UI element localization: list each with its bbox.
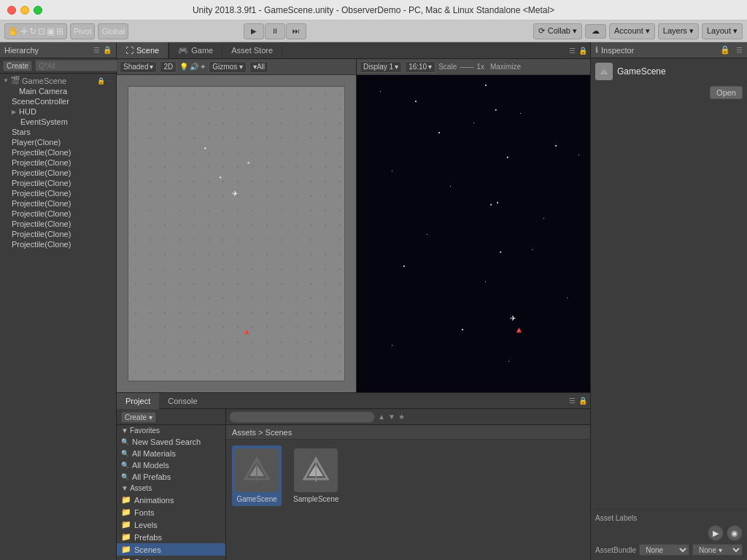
search-star-icon[interactable]: ★ bbox=[398, 413, 405, 421]
rotate-icon[interactable]: ↻ bbox=[29, 26, 36, 36]
folder-all-prefabs[interactable]: 🔍 All Prefabs bbox=[117, 471, 225, 483]
2d-button[interactable]: 2D bbox=[160, 61, 177, 73]
star bbox=[403, 265, 405, 267]
play-controls: ▶ ⏸ ⏭ bbox=[244, 23, 306, 39]
tree-item-proj-9[interactable]: Projectile(Clone) bbox=[0, 229, 116, 239]
step-button[interactable]: ⏭ bbox=[286, 23, 306, 39]
account-dropdown[interactable]: Account ▾ bbox=[609, 23, 655, 39]
tree-item-proj-1[interactable]: Projectile(Clone) bbox=[0, 147, 116, 158]
search-down-icon[interactable]: ▼ bbox=[388, 413, 395, 421]
bottom-menu-icon[interactable]: ☰ bbox=[569, 397, 576, 405]
asset-bundle-dropdown-2[interactable]: None ▾ bbox=[692, 544, 743, 556]
view-lock-icon[interactable]: 🔒 bbox=[578, 47, 587, 55]
light-icon[interactable]: 💡 bbox=[179, 63, 188, 71]
pivot-label: Pivot bbox=[74, 27, 91, 36]
label-icon-2[interactable]: ◉ bbox=[727, 525, 743, 541]
bottom-lock-icon[interactable]: 🔒 bbox=[578, 397, 587, 405]
item-label: HUD bbox=[19, 107, 36, 116]
maximize-button[interactable] bbox=[34, 6, 42, 15]
folder-fonts[interactable]: 📁 Fonts bbox=[117, 506, 225, 518]
folder-scripts[interactable]: 📁 Scripts bbox=[117, 556, 225, 560]
folder-all-materials[interactable]: 🔍 All Materials bbox=[117, 448, 225, 459]
layers-dropdown[interactable]: Layers ▾ bbox=[658, 23, 699, 39]
asset-item-gamescene[interactable]: GameScene bbox=[232, 446, 282, 506]
tree-item-proj-3[interactable]: Projectile(Clone) bbox=[0, 168, 116, 178]
folder-label: Scripts bbox=[134, 558, 159, 561]
star bbox=[438, 132, 440, 133]
audio-icon[interactable]: 🔊 bbox=[190, 63, 198, 71]
pivot-group[interactable]: Pivot bbox=[70, 23, 95, 39]
maximize-button[interactable]: Maximize bbox=[487, 63, 524, 71]
tree-item-proj-8[interactable]: Projectile(Clone) bbox=[0, 219, 116, 229]
folder-prefabs[interactable]: 📁 Prefabs bbox=[117, 531, 225, 543]
project-create-button[interactable]: Create ▾ bbox=[121, 412, 156, 423]
close-button[interactable] bbox=[7, 6, 16, 15]
scene-canvas[interactable]: ✈ 🔺 ● ● ● bbox=[117, 75, 356, 392]
hand-icon[interactable]: ✋ bbox=[8, 26, 19, 36]
star bbox=[380, 91, 381, 92]
folder-label: All Materials bbox=[132, 449, 176, 458]
tree-item-proj-2[interactable]: Projectile(Clone) bbox=[0, 158, 116, 168]
tree-item-proj-5[interactable]: Projectile(Clone) bbox=[0, 188, 116, 198]
inspector-bottom: Asset Labels ▶ ◉ AssetBundle None None ▾ bbox=[591, 509, 747, 560]
cloud-button[interactable]: ☁ bbox=[585, 24, 606, 39]
view-menu-icon[interactable]: ☰ bbox=[569, 47, 576, 55]
play-button[interactable]: ▶ bbox=[244, 23, 264, 39]
rect-icon[interactable]: ▣ bbox=[47, 26, 55, 36]
scene-menu[interactable]: ⋯ bbox=[107, 77, 113, 85]
hierarchy-toolbar: Create bbox=[0, 58, 116, 74]
tree-item-hud[interactable]: ▶ HUD bbox=[0, 106, 116, 117]
scene-tab[interactable]: ⛶ Scene bbox=[117, 42, 169, 58]
asset-store-tab[interactable]: Asset Store bbox=[222, 42, 282, 58]
tree-item-proj-6[interactable]: Projectile(Clone) bbox=[0, 198, 116, 209]
gizmos-dropdown[interactable]: Gizmos ▾ bbox=[209, 61, 247, 73]
asset-bundle-dropdown[interactable]: None bbox=[639, 544, 689, 556]
project-search-input[interactable] bbox=[229, 411, 375, 423]
item-label: EventSystem bbox=[20, 117, 68, 126]
game-tab[interactable]: 🎮 Game bbox=[169, 42, 222, 58]
asset-item-samplescene[interactable]: SampleScene bbox=[290, 446, 341, 506]
tree-item-eventsystem[interactable]: EventSystem bbox=[0, 117, 116, 127]
folder-all-models[interactable]: 🔍 All Models bbox=[117, 459, 225, 471]
global-group[interactable]: Global bbox=[98, 23, 128, 39]
search-up-icon[interactable]: ▲ bbox=[378, 413, 385, 421]
display-dropdown[interactable]: Display 1 ▾ bbox=[360, 61, 402, 73]
scene-lock[interactable]: 🔒 bbox=[97, 77, 105, 85]
scale-slider[interactable]: ─── bbox=[460, 63, 473, 71]
hierarchy-menu-icon[interactable]: ☰ bbox=[93, 46, 100, 54]
console-tab[interactable]: Console bbox=[159, 393, 206, 409]
tree-item-main-camera[interactable]: Main Camera bbox=[0, 86, 116, 96]
label-icon-1[interactable]: ▶ bbox=[708, 525, 724, 541]
folder-animations[interactable]: 📁 Animations bbox=[117, 494, 225, 506]
tree-item-gamescene[interactable]: ▼ 🎬 GameScene 🔒 ⋯ bbox=[0, 75, 116, 86]
tree-item-proj-4[interactable]: Projectile(Clone) bbox=[0, 178, 116, 188]
minimize-button[interactable] bbox=[20, 6, 29, 15]
resolution-dropdown[interactable]: 16:10 ▾ bbox=[405, 61, 436, 73]
tree-item-scene-controller[interactable]: SceneController bbox=[0, 96, 116, 106]
tree-item-stars[interactable]: Stars bbox=[0, 127, 116, 137]
move-icon[interactable]: ✛ bbox=[20, 26, 28, 36]
open-button[interactable]: Open bbox=[710, 86, 743, 99]
tree-item-proj-10[interactable]: Projectile(Clone) bbox=[0, 239, 116, 249]
folder-scenes[interactable]: 📁 Scenes bbox=[117, 543, 225, 556]
project-tab[interactable]: Project bbox=[117, 393, 159, 409]
tree-item-proj-7[interactable]: Projectile(Clone) bbox=[0, 209, 116, 219]
inspector-menu-icon[interactable]: ☰ bbox=[736, 46, 743, 54]
all-dropdown[interactable]: ▾All bbox=[249, 61, 268, 73]
layout-dropdown[interactable]: Layout ▾ bbox=[702, 23, 743, 39]
folder-levels[interactable]: 📁 Levels bbox=[117, 518, 225, 531]
projectile-1: ● bbox=[204, 146, 207, 150]
pause-button[interactable]: ⏸ bbox=[265, 23, 285, 39]
scale-icon[interactable]: ⊡ bbox=[38, 26, 45, 36]
asset-unity-logo bbox=[595, 63, 613, 80]
bottom-content: Create ▾ ▼ Favorites 🔍 New Saved Search … bbox=[117, 409, 590, 560]
fx-icon[interactable]: ✦ bbox=[200, 63, 206, 71]
collab-button[interactable]: ⟳ Collab ▾ bbox=[533, 23, 582, 39]
inspector-lock-icon[interactable]: 🔒 bbox=[720, 45, 730, 55]
folder-new-saved-search[interactable]: 🔍 New Saved Search bbox=[117, 436, 225, 448]
hierarchy-create-button[interactable]: Create bbox=[3, 61, 32, 71]
transform-icon[interactable]: ⊞ bbox=[56, 26, 63, 36]
tree-item-player[interactable]: Player(Clone) bbox=[0, 137, 116, 147]
hierarchy-lock-icon[interactable]: 🔒 bbox=[103, 46, 112, 54]
shading-dropdown[interactable]: Shaded ▾ bbox=[120, 61, 157, 73]
